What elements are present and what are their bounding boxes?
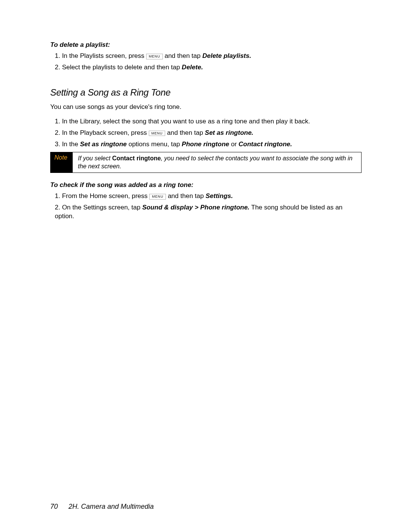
text: If you select xyxy=(78,155,112,161)
text: 3. In the xyxy=(55,141,80,148)
page-number: 70 xyxy=(50,503,58,510)
action-label: Set as ringtone. xyxy=(205,129,253,136)
ringtone-intro: You can use songs as your device's ring … xyxy=(50,103,362,112)
option-label: Phone ringtone xyxy=(182,141,229,148)
ringtone-step-1: 1. In the Library, select the song that … xyxy=(50,117,362,126)
action-label: Delete. xyxy=(182,64,203,71)
check-step-2: 2. On the Settings screen, tap Sound & d… xyxy=(50,203,362,221)
bold-label: Contact ringtone xyxy=(112,155,161,161)
option-label: Set as ringtone xyxy=(80,141,127,148)
check-step-1: 1. From the Home screen, press MENU and … xyxy=(50,192,362,201)
action-label: Delete playlists. xyxy=(202,52,252,59)
action-label: Settings. xyxy=(206,192,233,200)
delete-playlist-heading: To delete a playlist: xyxy=(50,41,362,49)
note-label: Note xyxy=(51,152,73,173)
path-label: Sound & display > Phone ringtone. xyxy=(142,204,250,211)
menu-button-icon: MENU xyxy=(146,54,163,59)
text: options menu, tap xyxy=(127,141,182,148)
ringtone-step-3: 3. In the Set as ringtone options menu, … xyxy=(50,140,362,149)
delete-playlist-step-1: 1. In the Playlists screen, press MENU a… xyxy=(50,52,362,61)
text: 2. Select the playlists to delete and th… xyxy=(55,64,182,71)
menu-button-icon: MENU xyxy=(149,194,166,200)
text: and then tap xyxy=(163,52,202,59)
chapter-title: 2H. Camera and Multimedia xyxy=(68,503,154,510)
note-text: If you select Contact ringtone, you need… xyxy=(73,152,361,173)
option-label: Contact ringtone. xyxy=(239,141,292,148)
text: 1. In the Playlists screen, press xyxy=(55,52,146,59)
text: 1. From the Home screen, press xyxy=(55,192,149,200)
ringtone-step-2: 2. In the Playback screen, press MENU an… xyxy=(50,129,362,137)
note-box: Note If you select Contact ringtone, you… xyxy=(50,152,362,173)
menu-button-icon: MENU xyxy=(149,131,166,136)
section-title-ringtone: Setting a Song as a Ring Tone xyxy=(50,87,362,98)
text: and then tap xyxy=(165,129,205,136)
text: 2. On the Settings screen, tap xyxy=(55,204,142,211)
delete-playlist-step-2: 2. Select the playlists to delete and th… xyxy=(50,63,362,72)
page-footer: 702H. Camera and Multimedia xyxy=(50,503,154,511)
text: or xyxy=(229,141,239,148)
page-content: To delete a playlist: 1. In the Playlist… xyxy=(0,0,411,221)
text: and then tap xyxy=(166,192,206,200)
check-ringtone-heading: To check if the song was added as a ring… xyxy=(50,181,362,189)
text: 2. In the Playback screen, press xyxy=(55,129,149,136)
